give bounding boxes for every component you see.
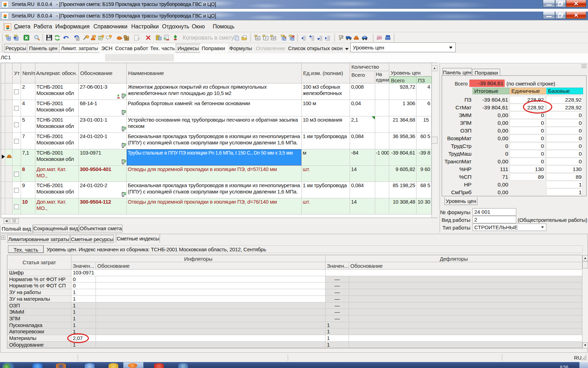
svg-text:ПР: ПР — [272, 37, 275, 40]
svg-text:Р: Р — [265, 37, 267, 40]
svg-text:ЛС: ЛС — [256, 37, 260, 40]
